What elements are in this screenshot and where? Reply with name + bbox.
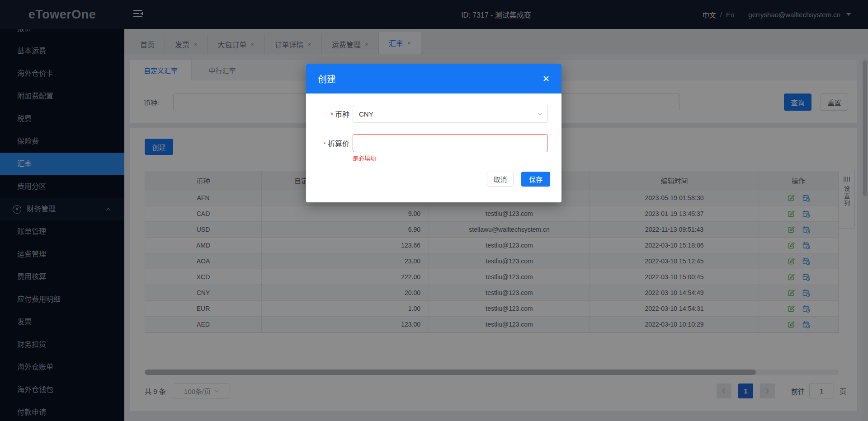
validation-error-text: 是必填项 [353,154,561,162]
modal-title: 创建 [318,72,336,85]
close-icon[interactable]: ✕ [542,75,550,83]
required-mark: * [323,140,326,148]
chevron-down-icon [538,111,542,115]
rate-input[interactable] [353,134,548,152]
currency-select[interactable]: CNY [353,105,548,123]
currency-field-label: *币种 [306,108,349,119]
app-window: eTowerOne ID: 7317 - 测试集成商 中文 / En gerry… [0,0,868,421]
modal-footer: 取消 保存 [306,172,561,187]
modal-header: 创建 ✕ [306,64,561,94]
currency-field-row: *币种 CNY [306,105,561,123]
currency-select-value: CNY [359,110,373,118]
save-button[interactable]: 保存 [521,172,550,187]
cancel-button[interactable]: 取消 [487,172,514,187]
modal-mask [0,0,868,421]
required-mark: * [330,111,333,118]
rate-field-row: *折算价 [306,134,561,152]
create-rate-modal: 创建 ✕ *币种 CNY *折算价 是必填项 取消 保存 [306,64,561,202]
rate-field-label: *折算价 [306,138,349,149]
modal-body: *币种 CNY *折算价 是必填项 取消 保存 [306,94,561,187]
